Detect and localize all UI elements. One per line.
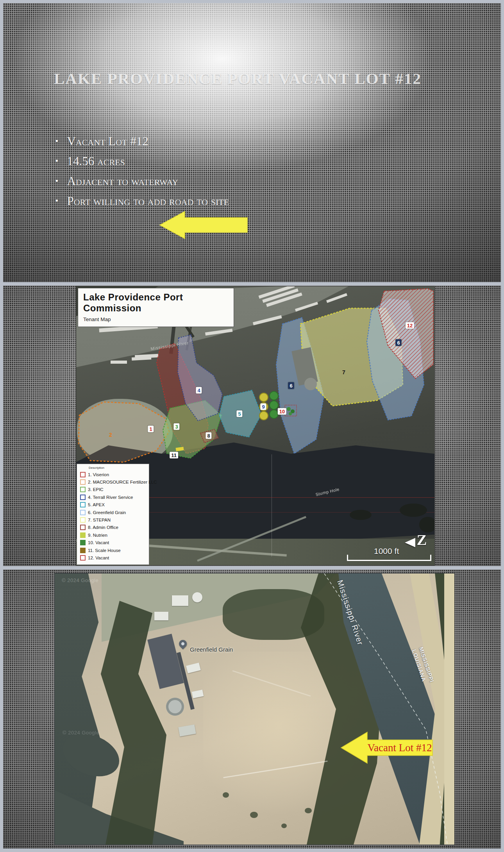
legend-row: 2. MACROSOURCE Fertilizer LLC bbox=[80, 478, 149, 486]
legend-label: 3. EPIC bbox=[88, 487, 104, 492]
slide-deck-page: LAKE PROVIDENCE PORT VACANT LOT #12 Vaca… bbox=[0, 0, 504, 852]
legend-row: 1. Viserion bbox=[80, 471, 149, 478]
google-watermark: © 2024 Google bbox=[63, 730, 99, 736]
legend-swatch bbox=[80, 540, 86, 545]
legend-row: 7. STEPAN bbox=[80, 516, 149, 523]
legend-swatch bbox=[80, 510, 86, 515]
map-marker-11: 11 bbox=[170, 452, 178, 459]
bullet-item: Port willing to add road to site bbox=[55, 194, 229, 208]
map-title: Lake Providence Port Commission bbox=[83, 292, 229, 314]
legend-label: 4. Terrall River Service bbox=[88, 495, 133, 500]
legend-label: 5. APEX bbox=[88, 502, 105, 507]
legend-label: 8. Admin Office bbox=[88, 525, 118, 530]
map-marker-3: 3 bbox=[173, 423, 179, 430]
bullet-item: Vacant Lot #12 bbox=[55, 134, 229, 148]
legend-label: 11. Scale House bbox=[88, 548, 121, 553]
map-marker-9: 9 bbox=[260, 404, 266, 410]
map-marker-8: 8 bbox=[206, 432, 211, 439]
legend-swatch bbox=[80, 495, 86, 500]
legend-row: 5. APEX bbox=[80, 501, 149, 509]
legend-swatch bbox=[80, 517, 86, 523]
legend-row: 3. EPIC bbox=[80, 486, 149, 493]
map-marker-2: 2 bbox=[107, 432, 114, 438]
legend-label: 7. STEPAN bbox=[88, 518, 111, 522]
legend-swatch bbox=[80, 532, 86, 538]
bullet-item: 14.56 acres bbox=[55, 154, 229, 168]
map-subtitle: Tenant Map bbox=[83, 316, 229, 322]
greenfield-grain-label: Greenfield Grain bbox=[190, 646, 233, 653]
legend-row: 10. Vacant bbox=[80, 539, 149, 547]
legend-row: 8. Admin Office bbox=[80, 524, 149, 531]
map-marker-10: 10 bbox=[278, 408, 286, 415]
map-title-box: Lake Providence Port Commission Tenant M… bbox=[78, 288, 234, 327]
bullet-item: Adjacent to waterway bbox=[55, 174, 229, 188]
google-watermark: © 2024 Google bbox=[62, 577, 98, 583]
map-marker-7: 7 bbox=[341, 369, 347, 376]
legend-label: 12. Vacant bbox=[88, 555, 109, 560]
legend-swatch bbox=[80, 525, 86, 530]
satellite-image: © 2024 Google © 2024 Google Greenfield G… bbox=[55, 573, 454, 845]
legend-swatch bbox=[80, 548, 86, 553]
north-letter: Z bbox=[416, 532, 427, 548]
map-marker-6: 6 bbox=[288, 382, 294, 389]
map-marker-5: 5 bbox=[236, 411, 242, 417]
scale-bar-tick bbox=[430, 555, 431, 560]
legend-swatch bbox=[80, 502, 86, 507]
legend-label: 2. MACROSOURCE Fertilizer LLC bbox=[88, 480, 157, 484]
title-slide: LAKE PROVIDENCE PORT VACANT LOT #12 Vaca… bbox=[3, 3, 501, 282]
scale-bar bbox=[347, 560, 431, 561]
legend-swatch bbox=[80, 479, 86, 485]
map-marker-12: 12 bbox=[406, 322, 414, 329]
legend-row: 11. Scale House bbox=[80, 547, 149, 554]
legend-label: 9. Nutrien bbox=[88, 533, 107, 538]
north-arrow-icon bbox=[405, 538, 415, 547]
map-legend: Description 1. Viserion 2. MACROSOURCE F… bbox=[77, 464, 149, 564]
left-arrow-icon bbox=[157, 209, 249, 241]
vacant-lot-callout-label: Vacant Lot #12 bbox=[368, 742, 432, 754]
legend-swatch bbox=[80, 472, 86, 477]
vacant-lot-callout-arrow: Vacant Lot #12 bbox=[338, 730, 436, 766]
legend-row: 6. Greenfield Grain bbox=[80, 509, 149, 516]
bullet-list: Vacant Lot #12 14.56 acres Adjacent to w… bbox=[55, 134, 229, 214]
legend-label: 1. Viserion bbox=[88, 472, 109, 477]
legend-label: 10. Vacant bbox=[88, 540, 109, 545]
map-marker-1: 1 bbox=[148, 426, 154, 432]
legend-swatch bbox=[80, 555, 86, 561]
map-marker-4: 4 bbox=[196, 387, 202, 394]
legend-row: 9. Nutrien bbox=[80, 531, 149, 539]
state-boundary-line bbox=[55, 573, 454, 845]
legend-header: Description bbox=[89, 466, 149, 470]
scale-bar-tick bbox=[347, 555, 348, 560]
legend-swatch bbox=[80, 487, 86, 492]
map-marker-6: 6 bbox=[395, 339, 401, 346]
scale-label: 1000 ft bbox=[374, 547, 399, 556]
slide-title: LAKE PROVIDENCE PORT VACANT LOT #12 bbox=[54, 69, 452, 88]
tenant-map-image: 1 2 3 4 5 6 6 7 8 9 10 11 12 Mississippi… bbox=[76, 286, 434, 565]
legend-row: 4. Terrall River Service bbox=[80, 493, 149, 501]
legend-label: 6. Greenfield Grain bbox=[88, 510, 126, 515]
barge-fleet bbox=[259, 286, 302, 308]
legend-row: 12. Vacant bbox=[80, 554, 149, 561]
